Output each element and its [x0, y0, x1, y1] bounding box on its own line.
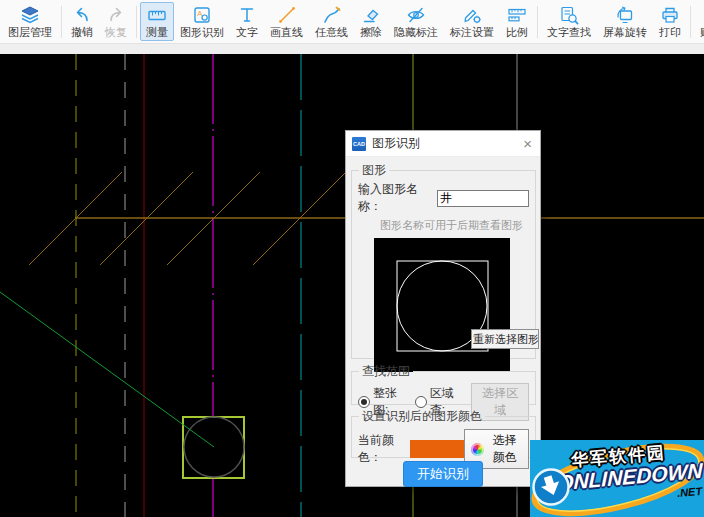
toolbar-item-label: 擦除 [360, 26, 382, 38]
eye-slash-icon [406, 5, 426, 25]
app-window: { "toolbar": { "items": [ {"id": "layer-… [0, 0, 704, 517]
toolbar: 图层管理 撤销 恢复 测量 A 图形识别 文字 画直线 任意线 擦除 隐藏标注 [0, 0, 704, 44]
watermark: 华军软件园 ONLINEDOWN .NET [530, 440, 704, 517]
toolbar-item-text[interactable]: 文字 [230, 2, 264, 41]
watermark-suffix: .NET [677, 485, 703, 499]
toolbar-item-text-find[interactable]: 文字查找 [541, 2, 597, 41]
reselect-shape-button[interactable]: 重新选择图形 [471, 329, 539, 349]
shape-preview [374, 238, 510, 372]
shape-group-label: 图形 [359, 162, 389, 179]
layers-icon [20, 5, 40, 25]
toolbar-separator [61, 6, 62, 38]
region-search-radio[interactable] [415, 396, 427, 408]
toolbar-item-label: 隐藏标注 [394, 26, 438, 38]
shape-recognition-icon: A [192, 5, 212, 25]
choose-color-button-label: 选择颜色 [488, 432, 522, 466]
toolbar-item-label: 文字 [236, 26, 258, 38]
toolbar-item-annotation-settings[interactable]: 标注设置 [444, 2, 500, 41]
toolbar-item-label: 打印 [659, 26, 681, 38]
printer-icon [660, 5, 680, 25]
current-color-swatch [410, 440, 464, 458]
toolbar-separator [136, 6, 137, 38]
toolbar-item-label: 屏幕旋转 [603, 26, 647, 38]
toolbar-item-undo[interactable]: 撤销 [65, 2, 99, 41]
toolbar-separator [690, 6, 691, 38]
app-logo-icon: CAD [352, 137, 366, 151]
undo-icon [72, 5, 92, 25]
toolbar-item-measure[interactable]: 测量 [140, 2, 174, 41]
toolbar-item-hide-annotation[interactable]: 隐藏标注 [388, 2, 444, 41]
toolbar-item-label: 比例 [506, 26, 528, 38]
eraser-icon [361, 5, 381, 25]
ruler-icon [147, 5, 167, 25]
toolbar-item-print[interactable]: 打印 [653, 2, 687, 41]
redo-icon [106, 5, 126, 25]
search-document-icon [559, 5, 579, 25]
color-wheel-icon [471, 443, 484, 456]
toolbar-item-shape-recognition[interactable]: A 图形识别 [174, 2, 230, 41]
toolbar-item-label: 文字查找 [547, 26, 591, 38]
shape-preview-graphic [374, 238, 510, 372]
dialog-title: 图形识别 [372, 135, 521, 152]
shape-name-label: 输入图形名称： [358, 181, 434, 215]
shape-recognition-dialog: CAD 图形识别 × 图形 输入图形名称： 图形名称可用于后期查看图形 重新选择… [345, 130, 541, 487]
text-icon [237, 5, 257, 25]
toolbar-item-layer-manager[interactable]: 图层管理 [2, 2, 58, 41]
toolbar-item-label: 画直线 [270, 26, 303, 38]
scale-ruler-icon [507, 5, 527, 25]
leader-green [0, 292, 214, 447]
toolbar-item-label: 购买 [700, 26, 704, 38]
search-range-group: 查找范围 整张图: 区域查: 选择区域 [351, 363, 536, 405]
rotate-screen-icon [615, 5, 635, 25]
dialog-titlebar[interactable]: CAD 图形识别 × [346, 131, 540, 157]
toolbar-item-label: 撤销 [71, 26, 93, 38]
download-arrow-icon [530, 466, 572, 508]
toolbar-item-label: 恢复 [105, 26, 127, 38]
pencil-gear-icon [462, 5, 482, 25]
toolbar-item-scale[interactable]: 比例 [500, 2, 534, 41]
toolbar-item-erase[interactable]: 擦除 [354, 2, 388, 41]
toolbar-item-redo: 恢复 [99, 2, 133, 41]
current-color-label: 当前颜色： [358, 432, 406, 466]
pen-icon [322, 5, 342, 25]
whole-drawing-radio[interactable] [358, 396, 370, 408]
shape-name-input[interactable] [437, 190, 529, 207]
toolbar-item-label: 图形识别 [180, 26, 224, 38]
toolbar-separator [537, 6, 538, 38]
toolbar-item-label: 图层管理 [8, 26, 52, 38]
line-icon [277, 5, 297, 25]
close-icon[interactable]: × [521, 137, 534, 151]
toolbar-item-label: 任意线 [315, 26, 348, 38]
toolbar-item-draw-line[interactable]: 画直线 [264, 2, 309, 41]
search-range-label: 查找范围 [359, 363, 413, 380]
toolbar-item-buy[interactable]: 购买 [694, 2, 704, 41]
shape-name-hint: 图形名称可用于后期查看图形 [380, 218, 529, 233]
toolbar-item-free-line[interactable]: 任意线 [309, 2, 354, 41]
toolbar-item-label: 标注设置 [450, 26, 494, 38]
result-color-group: 设置识别后的图形颜色 当前颜色： 选择颜色 [351, 408, 536, 458]
svg-text:A: A [197, 9, 202, 18]
result-color-label: 设置识别后的图形颜色 [359, 408, 485, 425]
toolbar-item-label: 测量 [146, 26, 168, 38]
start-recognition-button[interactable]: 开始识别 [403, 461, 483, 487]
toolbar-item-screen-rotate[interactable]: 屏幕旋转 [597, 2, 653, 41]
